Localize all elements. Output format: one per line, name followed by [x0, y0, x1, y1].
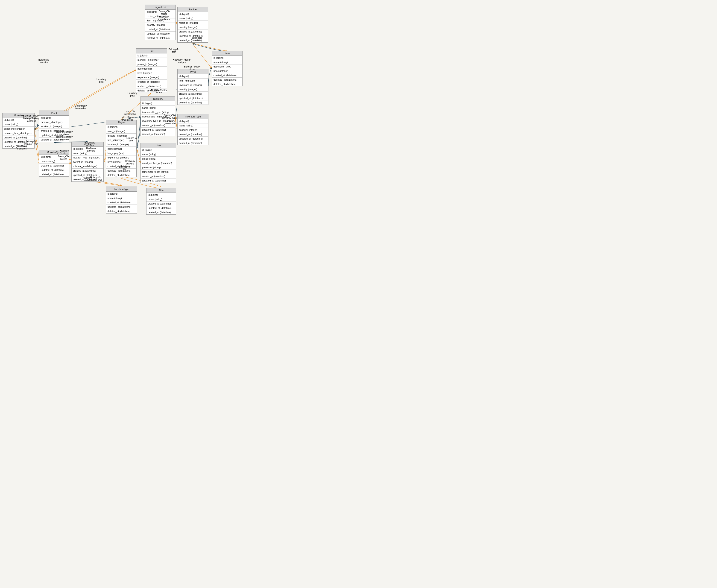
relationship-edge	[175, 116, 177, 129]
entity-attribute: monster_type_id (integer)	[2, 131, 34, 135]
entity-attribute: updated_at (datetime)	[177, 136, 208, 141]
entity-attribute: inventorable_type (string)	[141, 110, 175, 114]
relationship-edge	[136, 149, 141, 163]
entity-title: Title	[147, 188, 176, 193]
entity-attribute: deleted_at (datetime)	[39, 172, 69, 176]
entity-attribute: updated_at (datetime)	[177, 34, 208, 38]
entity-attribute: name (string)	[106, 147, 136, 151]
entity-pivot[interactable]: Pivotid (bigint)item_id (integer)invento…	[177, 69, 208, 105]
entity-inventory[interactable]: Inventoryid (bigint)name (string)invento…	[141, 96, 175, 136]
entity-attribute: updated_at (datetime)	[71, 173, 103, 177]
entity-attribute: name (string)	[141, 152, 176, 156]
entity-attribute: updated_at (datetime)	[177, 96, 208, 100]
entity-attribute: updated_at (datetime)	[39, 168, 69, 172]
entity-attribute: email_verified_at (datetime)	[141, 161, 176, 165]
relationship-edge	[208, 67, 212, 86]
entity-attribute: title_id (integer)	[106, 138, 136, 142]
entity-attribute: inventory_type_id (integer)	[141, 119, 175, 123]
entity-attribute: player_id (integer)	[136, 62, 167, 67]
entity-attribute: name (string)	[71, 151, 103, 155]
entity-recipe[interactable]: Recipeid (bigint)name (string)result_id …	[177, 7, 208, 43]
entity-attribute: name (string)	[147, 197, 176, 202]
entity-attribute: deleted_at (datetime)	[177, 100, 208, 105]
entity-monster[interactable]: Monsterid (bigint)name (string)experienc…	[2, 113, 35, 149]
entity-attribute: quantity (integer)	[177, 87, 208, 92]
entity-attribute: created_at (datetime)	[141, 123, 175, 128]
entity-attribute: updated_at (datetime)	[212, 78, 242, 82]
entity-attribute: location_id (integer)	[39, 124, 69, 129]
entity-location[interactable]: Locationid (bigint)name (string)location…	[71, 142, 104, 182]
relationship-label: MorphToinventorable	[124, 110, 136, 115]
entity-attribute: created_at (datetime)	[177, 132, 208, 136]
entity-attribute: deleted_at (datetime)	[177, 141, 208, 145]
relationship-edge	[175, 116, 177, 130]
entity-title: InventoryType	[177, 114, 208, 119]
entity-attribute: quantity (integer)	[177, 25, 208, 29]
entity-pet[interactable]: Petid (bigint)monster_id (integer)player…	[136, 48, 167, 93]
entity-attribute: name (string)	[177, 16, 208, 21]
entity-title: Inventory	[141, 97, 175, 101]
entity-attribute: id (bigint)	[71, 147, 103, 151]
relationship-edge	[35, 132, 39, 164]
relationship-edge	[104, 149, 106, 162]
relationship-edge	[193, 43, 227, 51]
entity-attribute: id (bigint)	[141, 148, 176, 152]
entity-monstertype[interactable]: MonsterTypeid (bigint)name (string)creat…	[39, 150, 69, 177]
entity-attribute: id (bigint)	[177, 12, 208, 16]
entity-attribute: discord_id (string)	[106, 133, 136, 138]
entity-attribute: description (text)	[212, 64, 242, 69]
entity-attribute: created_at (datetime)	[141, 174, 176, 178]
entity-user[interactable]: Userid (bigint)name (string)email (strin…	[141, 143, 176, 183]
entity-title[interactable]: Titleid (bigint)name (string)created_at …	[146, 188, 176, 215]
entity-attribute: name (string)	[212, 60, 242, 64]
entity-attribute: created_at (datetime)	[106, 164, 136, 169]
relationship-label: BelongsTomonster	[39, 59, 49, 64]
entity-item[interactable]: Itemid (bigint)name (string)description …	[212, 51, 242, 86]
entity-attribute: inventory_id (integer)	[177, 83, 208, 87]
entity-attribute: remember_token (string)	[141, 170, 176, 174]
entity-player[interactable]: Playerid (bigint)user_id (integer)discor…	[106, 120, 136, 177]
entity-attribute: created_at (datetime)	[71, 169, 103, 173]
entity-title: Pivot	[177, 69, 208, 74]
entity-attribute: deleted_at (datetime)	[71, 177, 103, 182]
entity-locationtype[interactable]: LocationTypeid (bigint)name (string)crea…	[106, 187, 137, 213]
entity-attribute: email (string)	[141, 156, 176, 161]
entity-attribute: id (bigint)	[212, 56, 242, 60]
entity-title: Location	[71, 142, 103, 147]
relationship-edge	[35, 130, 39, 162]
entity-pivot[interactable]: Pivotid (bigint)monster_id (integer)loca…	[39, 110, 69, 142]
entity-attribute: password (string)	[141, 165, 176, 170]
entity-attribute: deleted_at (datetime)	[177, 38, 208, 42]
entity-attribute: id (bigint)	[2, 118, 34, 122]
entity-attribute: name (string)	[39, 159, 69, 164]
entity-inventorytype[interactable]: InventoryTypeid (bigint)name (string)cap…	[177, 114, 208, 145]
entity-attribute: updated_at (datetime)	[106, 169, 136, 173]
entity-attribute: id (bigint)	[145, 10, 175, 14]
relationship-label: HasManypets	[97, 78, 106, 83]
relationship-edge	[136, 117, 141, 149]
entity-attribute: capacity (integer)	[177, 128, 208, 132]
entity-attribute: location_id (integer)	[106, 142, 136, 147]
entity-attribute: id (bigint)	[147, 193, 176, 197]
entity-attribute: result_id (integer)	[177, 21, 208, 25]
entity-attribute: experience (integer)	[136, 75, 167, 80]
entity-attribute: name (string)	[106, 196, 137, 201]
entity-attribute: created_at (datetime)	[145, 27, 175, 31]
entity-attribute: id (bigint)	[136, 54, 167, 58]
entity-title: Item	[212, 51, 242, 56]
entity-title: MonsterType	[39, 150, 69, 155]
entity-attribute: deleted_at (datetime)	[106, 209, 137, 213]
entity-ingredient[interactable]: Ingredientid (bigint)recipe_id (integer)…	[145, 5, 176, 40]
entity-attribute: id (bigint)	[106, 125, 136, 129]
entity-attribute: monster_id (integer)	[39, 120, 69, 124]
entity-attribute: id (bigint)	[39, 115, 69, 120]
entity-attribute: biography (text)	[106, 151, 136, 155]
entity-attribute: recipe_id (integer)	[145, 14, 175, 18]
relationship-edge	[35, 126, 39, 130]
entity-attribute: updated_at (datetime)	[141, 178, 176, 183]
relationship-edge	[87, 181, 122, 186]
entity-attribute: id (bigint)	[141, 101, 175, 106]
entity-attribute: monster_id (integer)	[136, 58, 167, 62]
entity-attribute: id (bigint)	[39, 155, 69, 159]
entity-title: Recipe	[177, 7, 208, 12]
